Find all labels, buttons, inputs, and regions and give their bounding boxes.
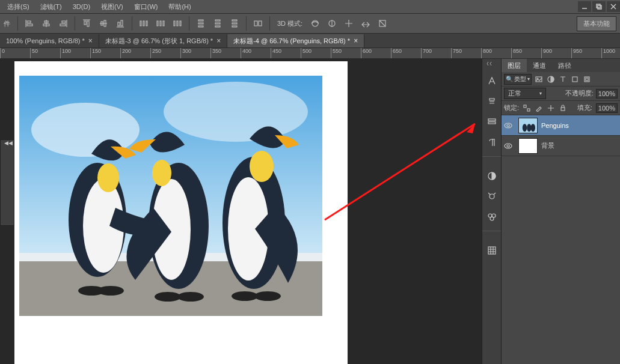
layer-filter-row: 🔍 类型 ▾ bbox=[502, 72, 620, 86]
tab-doc-2[interactable]: 未标题-3 @ 66.7% (形状 1, RGB/8) * × bbox=[99, 34, 227, 47]
distribute-v2-icon[interactable] bbox=[211, 17, 224, 30]
blend-mode-select[interactable]: 正常 ▾ bbox=[504, 88, 546, 99]
ruler-tick: 700 bbox=[421, 48, 451, 58]
panel-tab-layers[interactable]: 图层 bbox=[502, 59, 527, 72]
lock-transparency-icon[interactable] bbox=[523, 104, 531, 112]
svg-rect-2 bbox=[598, 5, 601, 9]
align-top-icon[interactable] bbox=[80, 17, 93, 30]
lock-all-icon[interactable] bbox=[559, 104, 567, 112]
panel-tab-channels[interactable]: 通道 bbox=[527, 59, 552, 72]
align-left-icon[interactable] bbox=[23, 17, 36, 30]
ruler-tick: 0 bbox=[0, 48, 30, 58]
svg-point-65 bbox=[254, 291, 281, 301]
svg-rect-41 bbox=[254, 21, 257, 26]
lock-brush-icon[interactable] bbox=[535, 104, 543, 112]
filter-adjust-icon[interactable] bbox=[546, 74, 556, 84]
distribute-h2-icon[interactable] bbox=[154, 17, 167, 30]
ruler-tick: 100 bbox=[60, 48, 90, 58]
align-vcenter-icon[interactable] bbox=[97, 17, 110, 30]
basic-workspace-button[interactable]: 基本功能 bbox=[577, 16, 616, 31]
ruler-tick: 850 bbox=[511, 48, 541, 58]
swatches-panel-icon[interactable] bbox=[485, 210, 499, 223]
adjustments-panel-icon[interactable] bbox=[485, 190, 499, 203]
3d-mode-label: 3D 模式: bbox=[275, 19, 305, 28]
layer-filter-kind-select[interactable]: 🔍 类型 ▾ bbox=[504, 74, 532, 85]
layer-visibility-toggle[interactable] bbox=[502, 121, 515, 130]
close-icon[interactable]: × bbox=[354, 37, 358, 45]
glyphs-panel-icon[interactable] bbox=[485, 115, 499, 129]
canvas-area[interactable]: ◀◀ bbox=[0, 59, 482, 364]
layer-thumbnail bbox=[518, 118, 538, 133]
menu-view[interactable]: 视图(V) bbox=[96, 1, 128, 13]
panel-tab-paths[interactable]: 路径 bbox=[552, 59, 577, 72]
filter-pixel-icon[interactable] bbox=[534, 74, 544, 84]
search-icon: 🔍 bbox=[506, 76, 513, 82]
layer-name: 背景 bbox=[541, 141, 554, 150]
svg-rect-35 bbox=[215, 20, 220, 21]
contrast-panel-icon[interactable] bbox=[485, 169, 499, 183]
menu-window[interactable]: 窗口(W) bbox=[129, 1, 163, 13]
distribute-v3-icon[interactable] bbox=[228, 17, 241, 30]
layer-row-background[interactable]: 背景 bbox=[502, 136, 620, 156]
ruler-tick: 250 bbox=[150, 48, 180, 58]
distribute-v-icon[interactable] bbox=[194, 17, 207, 30]
layer-row-penguins[interactable]: Penguins bbox=[502, 115, 620, 136]
menu-select[interactable]: 选择(S) bbox=[2, 1, 34, 13]
layer-visibility-toggle[interactable] bbox=[502, 142, 515, 150]
chevron-down-icon: ▾ bbox=[527, 76, 530, 82]
align-hcenter-icon[interactable] bbox=[40, 17, 53, 30]
ruler-tick: 600 bbox=[361, 48, 391, 58]
svg-point-86 bbox=[507, 124, 509, 127]
ruler-tick: 1000 bbox=[601, 48, 620, 58]
3d-orbit-icon[interactable] bbox=[308, 17, 322, 30]
character-panel-icon[interactable] bbox=[485, 74, 499, 88]
tab-doc-3[interactable]: 未标题-4 @ 66.7% (Penguins, RGB/8) * × bbox=[227, 34, 364, 47]
svg-rect-22 bbox=[121, 20, 123, 26]
fill-value[interactable]: 100% bbox=[596, 103, 618, 113]
strip-collapse-icon[interactable] bbox=[482, 61, 501, 67]
minimize-button[interactable] bbox=[578, 1, 591, 12]
mini-palette[interactable]: ◀◀ bbox=[0, 139, 14, 226]
filter-smart-icon[interactable] bbox=[582, 74, 592, 84]
paragraph-panel-icon[interactable] bbox=[485, 95, 499, 108]
align-bottom-icon[interactable] bbox=[114, 17, 127, 30]
close-icon[interactable]: × bbox=[88, 37, 93, 45]
ruler-tick: 750 bbox=[451, 48, 481, 58]
filter-shape-icon[interactable] bbox=[570, 74, 580, 84]
3d-roll-icon[interactable] bbox=[325, 17, 339, 30]
svg-rect-30 bbox=[177, 21, 178, 26]
svg-rect-27 bbox=[160, 21, 161, 26]
grid-panel-icon[interactable] bbox=[485, 244, 499, 257]
svg-point-53 bbox=[97, 163, 119, 192]
svg-point-58 bbox=[152, 160, 171, 186]
ruler-tick: 650 bbox=[391, 48, 421, 58]
menu-3d[interactable]: 3D(D) bbox=[68, 2, 95, 11]
distribute-h-icon[interactable] bbox=[137, 17, 150, 30]
restore-button[interactable] bbox=[592, 1, 606, 12]
opacity-value[interactable]: 100% bbox=[596, 89, 618, 99]
close-icon[interactable]: × bbox=[216, 37, 221, 45]
mini-palette-collapse-icon[interactable]: ◀◀ bbox=[1, 140, 14, 147]
layer-name: Penguins bbox=[541, 122, 569, 129]
tab-doc-1[interactable]: 100% (Penguins, RGB/8) * × bbox=[0, 34, 99, 47]
svg-rect-93 bbox=[519, 139, 537, 153]
filter-type-icon[interactable] bbox=[558, 74, 568, 84]
svg-rect-29 bbox=[174, 21, 175, 26]
paragraph-panel-icon-2[interactable] bbox=[485, 136, 499, 149]
lock-move-icon[interactable] bbox=[547, 104, 555, 112]
close-button[interactable] bbox=[607, 1, 620, 12]
svg-rect-13 bbox=[60, 24, 66, 26]
align-right-icon[interactable] bbox=[57, 17, 70, 30]
lock-label: 锁定: bbox=[504, 103, 519, 112]
ruler-tick: 450 bbox=[271, 48, 301, 58]
collapsed-panel-strip bbox=[482, 59, 501, 364]
3d-pan-icon[interactable] bbox=[342, 17, 355, 30]
3d-slide-icon[interactable] bbox=[359, 17, 372, 30]
distribute-h3-icon[interactable] bbox=[171, 17, 184, 30]
3d-scale-icon[interactable] bbox=[376, 17, 389, 30]
panel-tabs: 图层 通道 路径 bbox=[502, 59, 620, 72]
svg-rect-24 bbox=[143, 21, 144, 26]
menu-help[interactable]: 帮助(H) bbox=[164, 1, 195, 13]
auto-align-icon[interactable] bbox=[251, 17, 265, 30]
menu-filter[interactable]: 滤镜(T) bbox=[35, 1, 67, 13]
